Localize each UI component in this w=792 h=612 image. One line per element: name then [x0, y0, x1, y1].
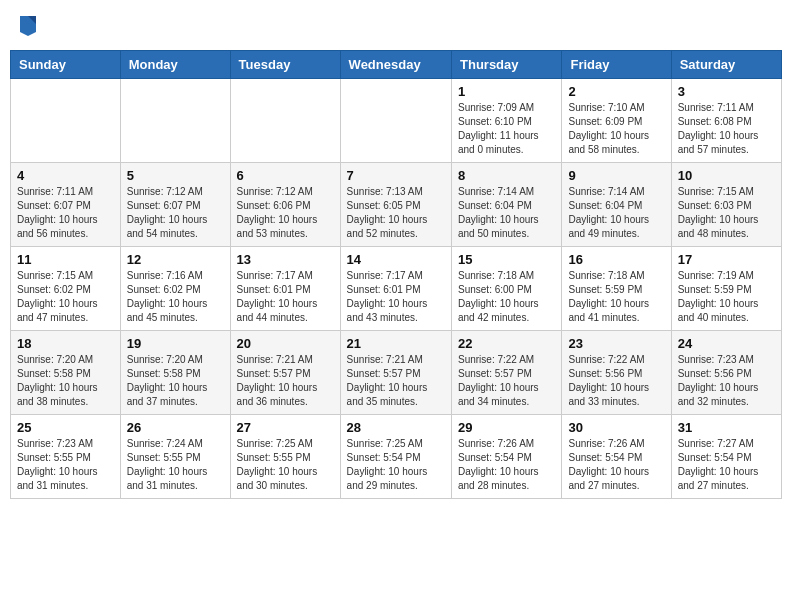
day-info: Sunrise: 7:20 AMSunset: 5:58 PMDaylight:… — [127, 353, 224, 409]
week-row-2: 4Sunrise: 7:11 AMSunset: 6:07 PMDaylight… — [11, 163, 782, 247]
day-cell-14: 14Sunrise: 7:17 AMSunset: 6:01 PMDayligh… — [340, 247, 451, 331]
day-number: 11 — [17, 252, 114, 267]
day-info: Sunrise: 7:27 AMSunset: 5:54 PMDaylight:… — [678, 437, 775, 493]
day-info: Sunrise: 7:12 AMSunset: 6:07 PMDaylight:… — [127, 185, 224, 241]
empty-cell — [340, 79, 451, 163]
day-number: 25 — [17, 420, 114, 435]
day-number: 8 — [458, 168, 555, 183]
day-number: 10 — [678, 168, 775, 183]
day-info: Sunrise: 7:18 AMSunset: 6:00 PMDaylight:… — [458, 269, 555, 325]
day-info: Sunrise: 7:14 AMSunset: 6:04 PMDaylight:… — [568, 185, 664, 241]
day-cell-4: 4Sunrise: 7:11 AMSunset: 6:07 PMDaylight… — [11, 163, 121, 247]
day-number: 15 — [458, 252, 555, 267]
day-cell-6: 6Sunrise: 7:12 AMSunset: 6:06 PMDaylight… — [230, 163, 340, 247]
logo-icon — [18, 14, 38, 38]
day-number: 16 — [568, 252, 664, 267]
day-number: 23 — [568, 336, 664, 351]
day-number: 13 — [237, 252, 334, 267]
weekday-header-sunday: Sunday — [11, 51, 121, 79]
day-cell-24: 24Sunrise: 7:23 AMSunset: 5:56 PMDayligh… — [671, 331, 781, 415]
day-info: Sunrise: 7:21 AMSunset: 5:57 PMDaylight:… — [347, 353, 445, 409]
day-info: Sunrise: 7:10 AMSunset: 6:09 PMDaylight:… — [568, 101, 664, 157]
day-cell-20: 20Sunrise: 7:21 AMSunset: 5:57 PMDayligh… — [230, 331, 340, 415]
day-info: Sunrise: 7:20 AMSunset: 5:58 PMDaylight:… — [17, 353, 114, 409]
week-row-1: 1Sunrise: 7:09 AMSunset: 6:10 PMDaylight… — [11, 79, 782, 163]
day-number: 21 — [347, 336, 445, 351]
day-cell-16: 16Sunrise: 7:18 AMSunset: 5:59 PMDayligh… — [562, 247, 671, 331]
day-info: Sunrise: 7:12 AMSunset: 6:06 PMDaylight:… — [237, 185, 334, 241]
day-cell-21: 21Sunrise: 7:21 AMSunset: 5:57 PMDayligh… — [340, 331, 451, 415]
day-number: 29 — [458, 420, 555, 435]
day-info: Sunrise: 7:19 AMSunset: 5:59 PMDaylight:… — [678, 269, 775, 325]
day-cell-18: 18Sunrise: 7:20 AMSunset: 5:58 PMDayligh… — [11, 331, 121, 415]
day-info: Sunrise: 7:18 AMSunset: 5:59 PMDaylight:… — [568, 269, 664, 325]
day-cell-22: 22Sunrise: 7:22 AMSunset: 5:57 PMDayligh… — [452, 331, 562, 415]
calendar-table: SundayMondayTuesdayWednesdayThursdayFrid… — [10, 50, 782, 499]
week-row-4: 18Sunrise: 7:20 AMSunset: 5:58 PMDayligh… — [11, 331, 782, 415]
day-info: Sunrise: 7:26 AMSunset: 5:54 PMDaylight:… — [568, 437, 664, 493]
day-info: Sunrise: 7:22 AMSunset: 5:56 PMDaylight:… — [568, 353, 664, 409]
day-cell-9: 9Sunrise: 7:14 AMSunset: 6:04 PMDaylight… — [562, 163, 671, 247]
day-number: 3 — [678, 84, 775, 99]
day-number: 30 — [568, 420, 664, 435]
day-number: 1 — [458, 84, 555, 99]
day-number: 12 — [127, 252, 224, 267]
day-info: Sunrise: 7:11 AMSunset: 6:07 PMDaylight:… — [17, 185, 114, 241]
day-number: 18 — [17, 336, 114, 351]
day-cell-12: 12Sunrise: 7:16 AMSunset: 6:02 PMDayligh… — [120, 247, 230, 331]
day-info: Sunrise: 7:17 AMSunset: 6:01 PMDaylight:… — [237, 269, 334, 325]
day-cell-26: 26Sunrise: 7:24 AMSunset: 5:55 PMDayligh… — [120, 415, 230, 499]
weekday-header-thursday: Thursday — [452, 51, 562, 79]
day-info: Sunrise: 7:26 AMSunset: 5:54 PMDaylight:… — [458, 437, 555, 493]
day-info: Sunrise: 7:21 AMSunset: 5:57 PMDaylight:… — [237, 353, 334, 409]
day-number: 14 — [347, 252, 445, 267]
day-cell-19: 19Sunrise: 7:20 AMSunset: 5:58 PMDayligh… — [120, 331, 230, 415]
day-cell-25: 25Sunrise: 7:23 AMSunset: 5:55 PMDayligh… — [11, 415, 121, 499]
day-cell-3: 3Sunrise: 7:11 AMSunset: 6:08 PMDaylight… — [671, 79, 781, 163]
day-info: Sunrise: 7:24 AMSunset: 5:55 PMDaylight:… — [127, 437, 224, 493]
day-cell-5: 5Sunrise: 7:12 AMSunset: 6:07 PMDaylight… — [120, 163, 230, 247]
day-number: 6 — [237, 168, 334, 183]
day-cell-30: 30Sunrise: 7:26 AMSunset: 5:54 PMDayligh… — [562, 415, 671, 499]
day-number: 26 — [127, 420, 224, 435]
day-info: Sunrise: 7:25 AMSunset: 5:54 PMDaylight:… — [347, 437, 445, 493]
day-cell-17: 17Sunrise: 7:19 AMSunset: 5:59 PMDayligh… — [671, 247, 781, 331]
day-info: Sunrise: 7:23 AMSunset: 5:55 PMDaylight:… — [17, 437, 114, 493]
page-header — [10, 10, 782, 42]
weekday-header-tuesday: Tuesday — [230, 51, 340, 79]
day-number: 5 — [127, 168, 224, 183]
day-info: Sunrise: 7:25 AMSunset: 5:55 PMDaylight:… — [237, 437, 334, 493]
day-info: Sunrise: 7:16 AMSunset: 6:02 PMDaylight:… — [127, 269, 224, 325]
day-number: 7 — [347, 168, 445, 183]
empty-cell — [120, 79, 230, 163]
day-number: 19 — [127, 336, 224, 351]
week-row-3: 11Sunrise: 7:15 AMSunset: 6:02 PMDayligh… — [11, 247, 782, 331]
weekday-header-monday: Monday — [120, 51, 230, 79]
day-cell-7: 7Sunrise: 7:13 AMSunset: 6:05 PMDaylight… — [340, 163, 451, 247]
day-info: Sunrise: 7:23 AMSunset: 5:56 PMDaylight:… — [678, 353, 775, 409]
day-cell-15: 15Sunrise: 7:18 AMSunset: 6:00 PMDayligh… — [452, 247, 562, 331]
day-number: 9 — [568, 168, 664, 183]
weekday-header-row: SundayMondayTuesdayWednesdayThursdayFrid… — [11, 51, 782, 79]
day-cell-27: 27Sunrise: 7:25 AMSunset: 5:55 PMDayligh… — [230, 415, 340, 499]
day-cell-31: 31Sunrise: 7:27 AMSunset: 5:54 PMDayligh… — [671, 415, 781, 499]
day-number: 27 — [237, 420, 334, 435]
day-info: Sunrise: 7:13 AMSunset: 6:05 PMDaylight:… — [347, 185, 445, 241]
weekday-header-wednesday: Wednesday — [340, 51, 451, 79]
day-cell-8: 8Sunrise: 7:14 AMSunset: 6:04 PMDaylight… — [452, 163, 562, 247]
day-info: Sunrise: 7:15 AMSunset: 6:03 PMDaylight:… — [678, 185, 775, 241]
week-row-5: 25Sunrise: 7:23 AMSunset: 5:55 PMDayligh… — [11, 415, 782, 499]
day-info: Sunrise: 7:15 AMSunset: 6:02 PMDaylight:… — [17, 269, 114, 325]
day-cell-10: 10Sunrise: 7:15 AMSunset: 6:03 PMDayligh… — [671, 163, 781, 247]
day-number: 22 — [458, 336, 555, 351]
weekday-header-friday: Friday — [562, 51, 671, 79]
day-cell-2: 2Sunrise: 7:10 AMSunset: 6:09 PMDaylight… — [562, 79, 671, 163]
day-cell-11: 11Sunrise: 7:15 AMSunset: 6:02 PMDayligh… — [11, 247, 121, 331]
day-cell-29: 29Sunrise: 7:26 AMSunset: 5:54 PMDayligh… — [452, 415, 562, 499]
day-number: 17 — [678, 252, 775, 267]
day-number: 2 — [568, 84, 664, 99]
day-info: Sunrise: 7:09 AMSunset: 6:10 PMDaylight:… — [458, 101, 555, 157]
day-info: Sunrise: 7:11 AMSunset: 6:08 PMDaylight:… — [678, 101, 775, 157]
day-cell-13: 13Sunrise: 7:17 AMSunset: 6:01 PMDayligh… — [230, 247, 340, 331]
day-number: 31 — [678, 420, 775, 435]
